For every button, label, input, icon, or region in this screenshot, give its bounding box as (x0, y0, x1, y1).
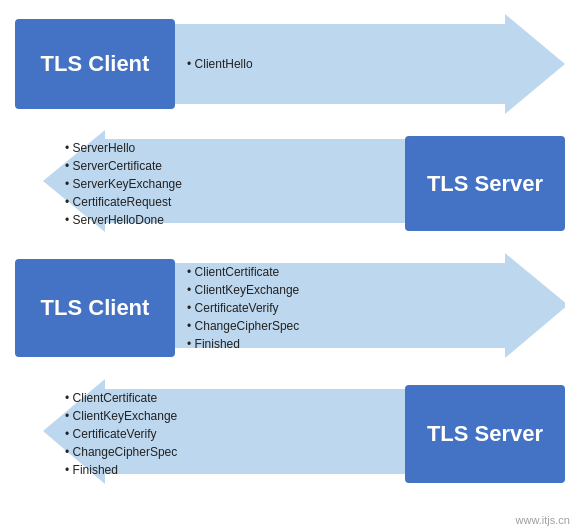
client-box-3: TLS Client (15, 259, 175, 357)
list-item: ServerHello (65, 139, 213, 157)
row-3: TLS Client ClientCertificate ClientKeyEx… (15, 249, 565, 367)
list-item: CertificateVerify (65, 425, 213, 443)
list-item: Finished (65, 461, 213, 479)
row-2: ServerHello ServerCertificate ServerKeyE… (15, 126, 565, 241)
list-item: ChangeCipherSpec (65, 443, 213, 461)
list-item: ClientKeyExchange (65, 407, 213, 425)
text-area-3: ClientCertificate ClientKeyExchange Cert… (175, 249, 565, 367)
server-box-2: TLS Server (405, 136, 565, 231)
server-label-4: TLS Server (427, 421, 543, 447)
list-item: ChangeCipherSpec (187, 317, 553, 335)
list-item: ClientCertificate (187, 263, 553, 281)
list-item: CertificateVerify (187, 299, 553, 317)
tls-diagram: TLS Client ClientHello ServerHello Serve… (0, 0, 580, 531)
text-area-1: ClientHello (175, 10, 565, 118)
list-item: ServerHelloDone (65, 211, 213, 229)
client-label-3: TLS Client (41, 295, 150, 321)
watermark: www.itjs.cn (516, 514, 570, 526)
list-item: ServerKeyExchange (65, 175, 213, 193)
items-list-3: ClientCertificate ClientKeyExchange Cert… (187, 263, 553, 353)
items-list-4: ClientCertificate ClientKeyExchange Cert… (65, 389, 213, 479)
text-area-2: ServerHello ServerCertificate ServerKeyE… (15, 126, 225, 241)
client-box-1: TLS Client (15, 19, 175, 109)
list-item: Finished (187, 335, 553, 353)
list-item: ClientHello (187, 55, 553, 73)
client-label-1: TLS Client (41, 51, 150, 77)
list-item: CertificateRequest (65, 193, 213, 211)
row-1: TLS Client ClientHello (15, 10, 565, 118)
row-4: ClientCertificate ClientKeyExchange Cert… (15, 375, 565, 493)
list-item: ClientCertificate (65, 389, 213, 407)
list-item: ClientKeyExchange (187, 281, 553, 299)
items-list-2: ServerHello ServerCertificate ServerKeyE… (65, 139, 213, 229)
list-item: ServerCertificate (65, 157, 213, 175)
server-label-2: TLS Server (427, 171, 543, 197)
server-box-4: TLS Server (405, 385, 565, 483)
items-list-1: ClientHello (187, 55, 553, 73)
text-area-4: ClientCertificate ClientKeyExchange Cert… (15, 375, 225, 493)
